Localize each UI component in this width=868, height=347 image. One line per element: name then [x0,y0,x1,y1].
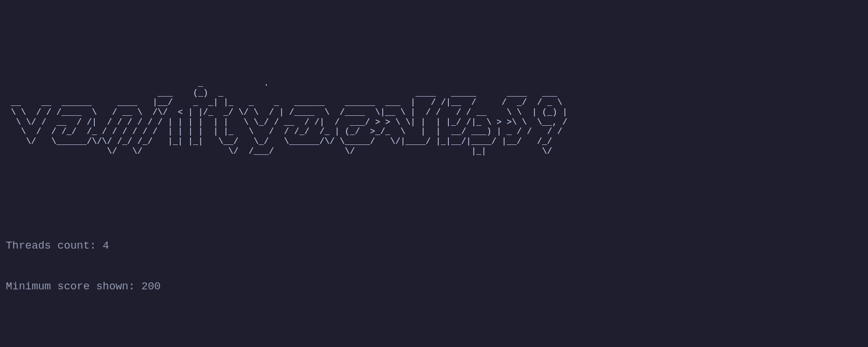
min-score-label: Minimum score shown: [6,281,141,293]
min-score-line: Minimum score shown: 200 [6,279,862,295]
threads-line: Threads count: 4 [6,238,862,254]
ascii-banner: _ . ___ (_) _ ____ _____ ____ ___ __ __ … [6,79,862,156]
config-section: Threads count: 4 Minimum score shown: 20… [6,213,862,307]
threads-label: Threads count: [6,240,103,252]
min-score-value: 200 [141,281,160,293]
threads-value: 4 [103,240,109,252]
